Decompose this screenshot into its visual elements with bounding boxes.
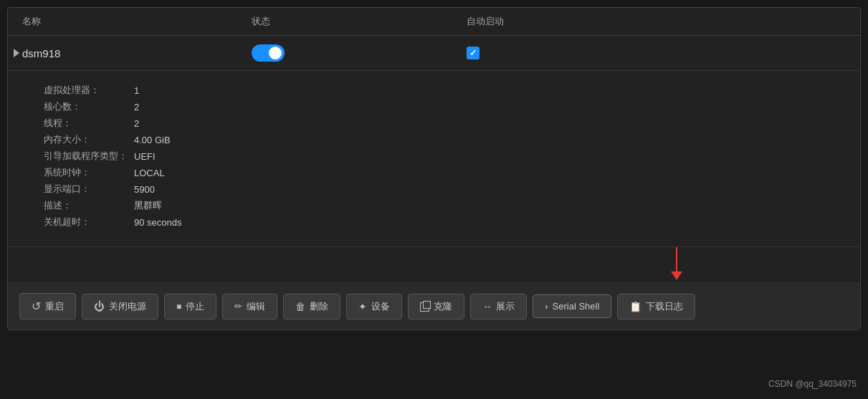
- shutdown-button[interactable]: ⏻ 关闭电源: [82, 294, 158, 319]
- detail-threads-value: 2: [134, 118, 139, 129]
- detail-cpu-value: 1: [134, 85, 139, 96]
- detail-description-label: 描述：: [44, 199, 130, 212]
- show-label: 展示: [496, 300, 515, 313]
- download-log-label: 下载日志: [646, 300, 683, 313]
- row-indicator-icon: [14, 49, 19, 57]
- vm-auto-start-cell: [467, 47, 846, 59]
- edit-icon: ✏: [234, 301, 242, 312]
- vm-status-toggle[interactable]: [252, 44, 285, 62]
- shutdown-label: 关闭电源: [109, 300, 146, 313]
- delete-button[interactable]: 🗑 删除: [283, 294, 340, 319]
- watermark: CSDN @qq_34034975: [768, 379, 857, 389]
- stop-label: 停止: [186, 300, 204, 313]
- header-status: 状态: [252, 15, 467, 28]
- download-log-button[interactable]: 📋 下载日志: [617, 294, 695, 319]
- detail-display-port: 显示端口： 5900: [44, 183, 839, 196]
- detail-shutdown-timeout: 关机超时： 90 seconds: [44, 216, 839, 229]
- download-log-icon: 📋: [629, 301, 642, 312]
- edit-button[interactable]: ✏ 编辑: [222, 294, 277, 319]
- stop-icon: ■: [176, 302, 181, 312]
- vm-details-section: 虚拟处理器： 1 核心数： 2 线程： 2 内存大小： 4.00 GiB 引导加…: [8, 71, 860, 247]
- vm-name: dsm918: [22, 47, 252, 59]
- detail-clock-value: LOCAL: [134, 168, 165, 178]
- restart-icon: ↺: [32, 299, 41, 313]
- device-label: 设备: [371, 300, 390, 313]
- power-icon: ⏻: [94, 300, 105, 312]
- detail-memory-label: 内存大小：: [44, 133, 130, 146]
- detail-bootloader: 引导加载程序类型： UEFI: [44, 150, 839, 163]
- detail-bootloader-value: UEFI: [134, 151, 156, 162]
- device-icon: ✦: [358, 301, 367, 312]
- detail-clock-label: 系统时钟：: [44, 166, 130, 179]
- clone-icon: [420, 302, 429, 312]
- detail-shutdown-timeout-label: 关机超时：: [44, 216, 130, 229]
- detail-cores: 核心数： 2: [44, 100, 839, 113]
- vm-auto-start-checkbox[interactable]: [467, 47, 480, 59]
- edit-label: 编辑: [247, 300, 265, 313]
- detail-bootloader-label: 引导加载程序类型：: [44, 150, 130, 163]
- detail-cores-value: 2: [134, 102, 139, 112]
- detail-description: 描述： 黑群晖: [44, 199, 839, 212]
- clone-label: 克隆: [434, 300, 452, 313]
- restart-label: 重启: [45, 300, 64, 313]
- serial-shell-label: Serial Shell: [553, 301, 600, 312]
- detail-memory: 内存大小： 4.00 GiB: [44, 133, 839, 146]
- detail-clock: 系统时钟： LOCAL: [44, 166, 839, 179]
- arrow-shaft: [676, 247, 677, 271]
- vm-status-cell: [252, 44, 467, 62]
- delete-icon: 🗑: [295, 301, 305, 312]
- show-icon: ↔: [482, 301, 492, 312]
- detail-display-port-label: 显示端口：: [44, 183, 130, 196]
- detail-cores-label: 核心数：: [44, 100, 130, 113]
- table-header: 名称 状态 自动启动: [8, 8, 860, 36]
- clone-button[interactable]: 克隆: [408, 294, 464, 319]
- show-button[interactable]: ↔ 展示: [470, 294, 527, 319]
- detail-display-port-value: 5900: [134, 184, 155, 195]
- detail-cpu-label: 虚拟处理器：: [44, 84, 130, 97]
- arrow-head-icon: [671, 271, 682, 280]
- restart-button[interactable]: ↺ 重启: [19, 293, 76, 319]
- delete-label: 删除: [310, 300, 328, 313]
- detail-memory-value: 4.00 GiB: [134, 135, 171, 145]
- header-name: 名称: [22, 15, 252, 28]
- serial-shell-icon: ›: [545, 301, 548, 312]
- stop-button[interactable]: ■ 停止: [164, 294, 216, 319]
- device-button[interactable]: ✦ 设备: [346, 294, 402, 319]
- detail-threads: 线程： 2: [44, 117, 839, 130]
- vm-row[interactable]: dsm918: [8, 36, 860, 71]
- detail-threads-label: 线程：: [44, 117, 130, 130]
- serial-shell-button[interactable]: › Serial Shell: [533, 294, 611, 318]
- detail-shutdown-timeout-value: 90 seconds: [134, 217, 182, 228]
- header-auto-start: 自动启动: [467, 15, 846, 28]
- detail-description-value: 黑群晖: [134, 199, 162, 212]
- vm-manager-panel: 名称 状态 自动启动 dsm918 虚拟处理器： 1 核心数： 2 线程： 2: [7, 7, 861, 330]
- detail-cpu: 虚拟处理器： 1: [44, 84, 839, 97]
- actions-bar: ↺ 重启 ⏻ 关闭电源 ■ 停止 ✏ 编辑 🗑 删除 ✦ 设备 克隆: [8, 283, 860, 330]
